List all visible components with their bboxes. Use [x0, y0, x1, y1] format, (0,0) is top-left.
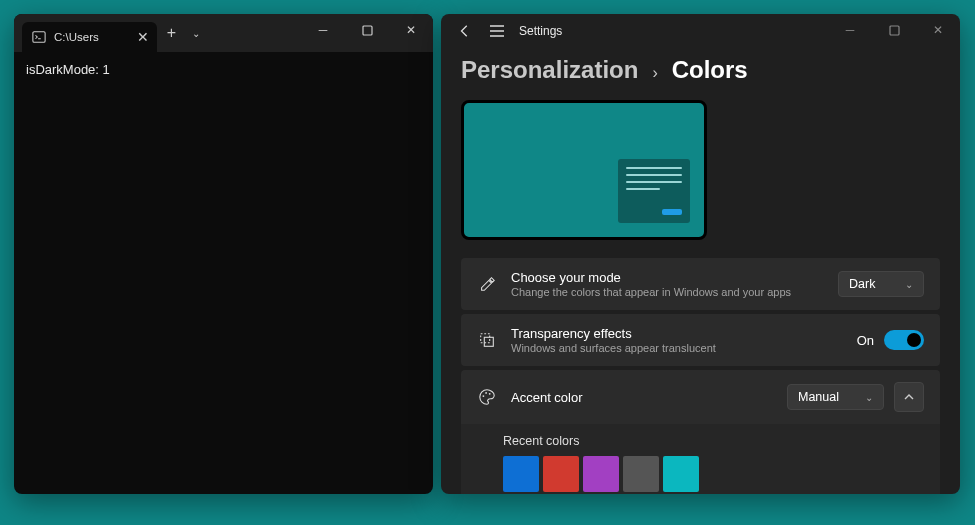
- svg-rect-2: [363, 26, 372, 35]
- chevron-down-icon: ⌄: [865, 392, 873, 403]
- maximize-button[interactable]: [872, 14, 916, 46]
- terminal-output-line: isDarkMode: 1: [26, 62, 421, 77]
- terminal-tab[interactable]: C:\Users ✕: [22, 22, 157, 52]
- svg-rect-7: [481, 334, 490, 343]
- choose-mode-title: Choose your mode: [511, 270, 824, 285]
- color-swatch[interactable]: [583, 456, 619, 492]
- svg-rect-8: [484, 337, 493, 346]
- accent-dropdown-value: Manual: [798, 390, 839, 404]
- maximize-button[interactable]: [345, 14, 389, 46]
- breadcrumb-parent[interactable]: Personalization: [461, 56, 638, 84]
- close-tab-button[interactable]: ✕: [137, 29, 149, 45]
- terminal-icon: [32, 30, 46, 44]
- recent-colors-section: Recent colors: [461, 424, 940, 494]
- accent-dropdown[interactable]: Manual ⌄: [787, 384, 884, 410]
- terminal-body[interactable]: isDarkMode: 1: [14, 52, 433, 87]
- chevron-right-icon: ›: [652, 64, 657, 82]
- svg-point-10: [485, 392, 487, 394]
- color-swatch[interactable]: [503, 456, 539, 492]
- recent-color-swatches: [503, 456, 924, 492]
- choose-mode-row: Choose your mode Change the colors that …: [461, 258, 940, 310]
- transparency-icon: [477, 330, 497, 350]
- color-swatch[interactable]: [543, 456, 579, 492]
- terminal-titlebar[interactable]: C:\Users ✕ + ⌄ ─ ✕: [14, 14, 433, 52]
- toggle-knob: [907, 333, 921, 347]
- palette-icon: [477, 387, 497, 407]
- minimize-button[interactable]: ─: [301, 14, 345, 46]
- transparency-toggle[interactable]: [884, 330, 924, 350]
- terminal-tab-title: C:\Users: [54, 31, 99, 43]
- transparency-desc: Windows and surfaces appear translucent: [511, 342, 843, 354]
- back-button[interactable]: [449, 15, 481, 47]
- app-name: Settings: [519, 24, 562, 38]
- minimize-button[interactable]: ─: [828, 14, 872, 46]
- recent-colors-label: Recent colors: [503, 434, 924, 448]
- transparency-row: Transparency effects Windows and surface…: [461, 314, 940, 366]
- mode-dropdown-value: Dark: [849, 277, 875, 291]
- accent-expand-button[interactable]: [894, 382, 924, 412]
- color-preview-card: [461, 100, 707, 240]
- transparency-title: Transparency effects: [511, 326, 843, 341]
- breadcrumb-current: Colors: [672, 56, 748, 84]
- svg-rect-0: [33, 32, 45, 43]
- tab-dropdown-button[interactable]: ⌄: [186, 28, 206, 39]
- hamburger-menu-button[interactable]: [481, 15, 513, 47]
- accent-color-row: Accent color Manual ⌄: [461, 370, 940, 424]
- color-swatch[interactable]: [623, 456, 659, 492]
- svg-point-11: [489, 393, 491, 395]
- brush-icon: [477, 274, 497, 294]
- terminal-window: C:\Users ✕ + ⌄ ─ ✕ isDarkMode: 1: [14, 14, 433, 494]
- new-tab-button[interactable]: +: [157, 24, 186, 42]
- choose-mode-desc: Change the colors that appear in Windows…: [511, 286, 824, 298]
- mode-dropdown[interactable]: Dark ⌄: [838, 271, 924, 297]
- svg-rect-6: [890, 26, 899, 35]
- accent-color-title: Accent color: [511, 390, 773, 405]
- settings-content[interactable]: Personalization › Colors Choose your mod…: [441, 48, 960, 494]
- color-swatch[interactable]: [663, 456, 699, 492]
- preview-mock-window: [618, 159, 690, 223]
- settings-window: Settings ─ ✕ Personalization › Colors Ch…: [441, 14, 960, 494]
- close-window-button[interactable]: ✕: [916, 14, 960, 46]
- settings-titlebar[interactable]: Settings ─ ✕: [441, 14, 960, 48]
- breadcrumb: Personalization › Colors: [461, 56, 940, 84]
- svg-point-9: [483, 395, 485, 397]
- transparency-state-label: On: [857, 333, 874, 348]
- chevron-down-icon: ⌄: [905, 279, 913, 290]
- close-window-button[interactable]: ✕: [389, 14, 433, 46]
